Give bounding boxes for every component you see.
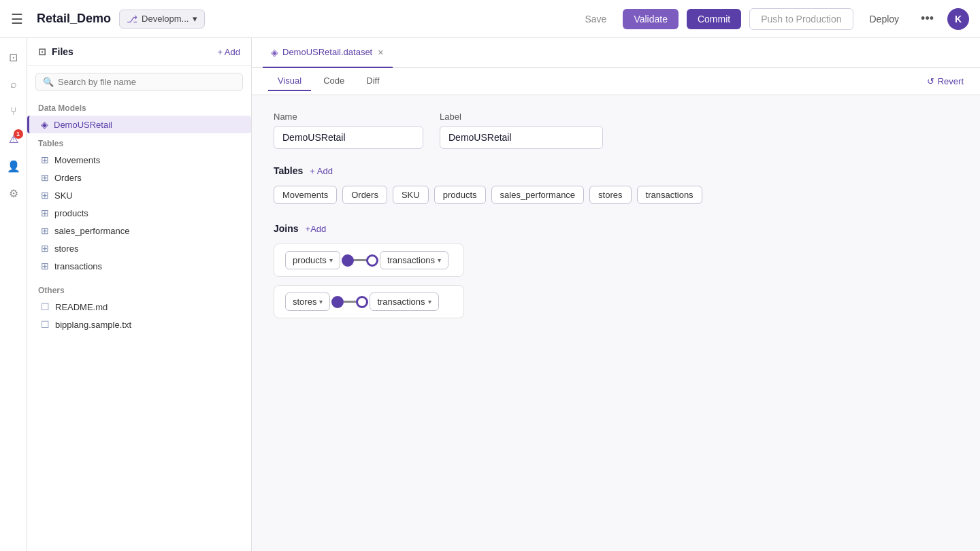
join-left-stores[interactable]: stores ▾: [285, 293, 330, 311]
more-button[interactable]: •••: [915, 9, 939, 29]
files-icon: ⊡: [38, 46, 46, 57]
tab-close-button[interactable]: ×: [376, 46, 385, 59]
topbar: ☰ Retail_Demo ⎇ Developm... ▾ Save Valid…: [0, 0, 980, 38]
sidebar-icon-alert[interactable]: ⚠ 1: [3, 128, 24, 150]
sidebar-item-stores[interactable]: ⊞ stores: [27, 239, 251, 257]
files-label: Files: [52, 46, 74, 57]
validate-button[interactable]: Validate: [623, 9, 679, 29]
main-layout: ⊡ ⌕ ⑂ ⚠ 1 👤 ⚙ ⊡ Files + Add 🔍 Data Model…: [0, 38, 980, 551]
label-label: Label: [440, 112, 603, 122]
sidebar-item-transactions[interactable]: ⊞ transactions: [27, 257, 251, 275]
join-right-chevron: ▾: [438, 256, 441, 264]
table-icon: ⊞: [41, 225, 49, 236]
branch-dropdown-icon: ▾: [193, 14, 197, 24]
revert-icon: ↺: [927, 76, 934, 86]
joins-section-header: Joins +Add: [274, 223, 958, 234]
sidebar-item-movements[interactable]: ⊞ Movements: [27, 151, 251, 169]
table-tag-stores[interactable]: stores: [589, 186, 631, 204]
table-name: Movements: [54, 155, 100, 165]
join-connector-2: [331, 296, 368, 308]
sidebar-item-readme[interactable]: ☐ README.md: [27, 298, 251, 316]
hamburger-button[interactable]: ☰: [11, 11, 23, 27]
data-model-name: DemoUSRetail: [54, 120, 112, 130]
join-right-transactions[interactable]: transactions ▾: [380, 251, 448, 269]
join-right-chevron-2: ▾: [428, 298, 431, 305]
join-left-chevron: ▾: [329, 256, 333, 264]
view-tabs-bar: Visual Code Diff ↺ Revert: [252, 68, 980, 95]
join-left-label: stores: [293, 297, 316, 307]
sidebar-icon-user[interactable]: 👤: [3, 155, 24, 177]
branch-icon: ⎇: [127, 14, 137, 24]
sidebar-item-products[interactable]: ⊞ products: [27, 204, 251, 222]
table-tag-products[interactable]: products: [434, 186, 486, 204]
joins-section-title: Joins: [274, 223, 299, 234]
app-title: Retail_Demo: [37, 12, 111, 26]
name-field-group: Name: [274, 112, 423, 149]
sidebar-icon-git[interactable]: ⑂: [3, 101, 24, 122]
content-area: ◈ DemoUSRetail.dataset × Visual Code Dif…: [252, 38, 980, 551]
table-tag-sku[interactable]: SKU: [393, 186, 429, 204]
sidebar-item-sku[interactable]: ⊞ SKU: [27, 186, 251, 204]
table-tag-transactions[interactable]: transactions: [637, 186, 702, 204]
sidebar-icon-settings[interactable]: ⚙: [3, 182, 24, 204]
deploy-button[interactable]: Deploy: [862, 10, 908, 29]
join-row-products-transactions: products ▾ transactions ▾: [274, 244, 464, 277]
add-join-link[interactable]: +Add: [306, 224, 327, 234]
sidebar-item-bipplang[interactable]: ☐ bipplang.sample.txt: [27, 316, 251, 333]
branch-selector[interactable]: ⎇ Developm... ▾: [119, 10, 205, 29]
commit-button[interactable]: Commit: [687, 9, 741, 29]
tab-diff[interactable]: Diff: [357, 71, 389, 91]
tab-bar: ◈ DemoUSRetail.dataset ×: [252, 38, 980, 68]
table-tag-orders[interactable]: Orders: [342, 186, 387, 204]
sidebar-item-sales-performance[interactable]: ⊞ sales_performance: [27, 222, 251, 239]
tab-demoUSRetail-dataset[interactable]: ◈ DemoUSRetail.dataset ×: [263, 38, 393, 68]
search-box: 🔍: [35, 73, 243, 91]
add-file-button[interactable]: + Add: [217, 47, 240, 57]
add-table-link[interactable]: + Add: [310, 166, 333, 176]
join-left-products[interactable]: products ▾: [285, 251, 340, 269]
files-title: ⊡ Files: [38, 46, 74, 57]
file-sidebar: ⊡ Files + Add 🔍 Data Models ◈ DemoUSReta…: [27, 38, 252, 551]
tables-label: Tables: [27, 133, 251, 151]
branch-label: Developm...: [142, 14, 189, 24]
push-button[interactable]: Push to Production: [749, 8, 853, 30]
revert-button[interactable]: ↺ Revert: [927, 76, 964, 86]
tab-label: DemoUSRetail.dataset: [282, 47, 372, 57]
sidebar-item-demoUSRetail[interactable]: ◈ DemoUSRetail: [27, 116, 251, 133]
save-button[interactable]: Save: [576, 10, 615, 29]
sidebar-item-orders[interactable]: ⊞ Orders: [27, 169, 251, 186]
table-icon: ⊞: [41, 190, 49, 201]
table-name: sales_performance: [54, 226, 130, 236]
name-label: Name: [274, 112, 423, 122]
table-tag-movements[interactable]: Movements: [274, 186, 337, 204]
search-icon: 🔍: [43, 77, 54, 87]
tab-code[interactable]: Code: [314, 71, 354, 91]
join-connector: [342, 254, 378, 267]
dataset-tab-icon: ◈: [271, 47, 278, 58]
search-input[interactable]: [58, 77, 235, 87]
dataset-content: Name Label Tables + Add Movements Orders…: [252, 95, 980, 551]
table-icon: ⊞: [41, 207, 49, 218]
join-right-label: transactions: [377, 297, 425, 307]
data-models-label: Data Models: [27, 98, 251, 116]
others-label: Others: [27, 280, 251, 298]
avatar[interactable]: K: [947, 8, 969, 30]
join-left-chevron: ▾: [319, 298, 323, 305]
join-right-transactions-2[interactable]: transactions ▾: [370, 293, 438, 311]
table-tag-sales-performance[interactable]: sales_performance: [491, 186, 585, 204]
sidebar-icon-files[interactable]: ⊡: [3, 46, 24, 68]
table-icon: ⊞: [41, 243, 49, 254]
sidebar-icon-search[interactable]: ⌕: [3, 73, 24, 95]
alert-badge: 1: [14, 129, 23, 139]
tables-section-header: Tables + Add: [274, 165, 958, 176]
file-icon: ☐: [41, 301, 50, 312]
join-left-label: products: [293, 255, 327, 265]
tab-visual[interactable]: Visual: [268, 71, 311, 91]
table-name: transactions: [54, 261, 102, 271]
table-icon: ⊞: [41, 154, 49, 165]
name-input[interactable]: [274, 126, 423, 149]
file-icon: ☐: [41, 319, 50, 330]
data-model-icon: ◈: [41, 119, 48, 130]
table-name: stores: [54, 244, 78, 254]
label-input[interactable]: [440, 126, 603, 149]
